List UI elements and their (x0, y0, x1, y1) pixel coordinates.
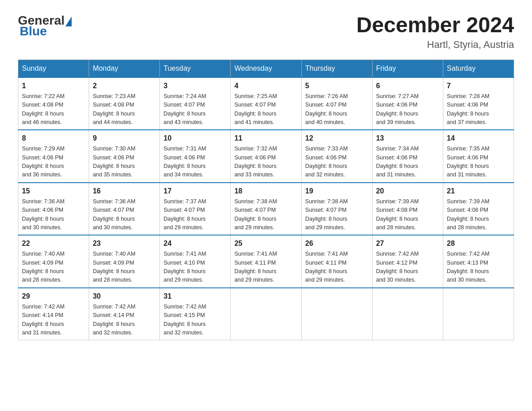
calendar-cell: 21 Sunrise: 7:39 AM Sunset: 4:08 PM Dayl… (443, 183, 514, 235)
calendar-cell: 15 Sunrise: 7:36 AM Sunset: 4:06 PM Dayl… (18, 183, 89, 235)
day-info: Sunrise: 7:36 AM Sunset: 4:06 PM Dayligh… (22, 197, 85, 232)
calendar-cell: 11 Sunrise: 7:32 AM Sunset: 4:06 PM Dayl… (231, 130, 301, 183)
col-sunday: Sunday (18, 60, 89, 77)
day-info: Sunrise: 7:42 AM Sunset: 4:13 PM Dayligh… (447, 250, 510, 285)
day-number: 20 (376, 186, 439, 197)
calendar-cell: 20 Sunrise: 7:39 AM Sunset: 4:08 PM Dayl… (372, 183, 443, 235)
day-number: 31 (163, 291, 227, 302)
day-number: 22 (22, 238, 85, 249)
day-number: 9 (93, 133, 156, 144)
location-subtitle: Hartl, Styria, Austria (356, 39, 514, 51)
col-wednesday: Wednesday (231, 60, 301, 77)
calendar-cell: 24 Sunrise: 7:41 AM Sunset: 4:10 PM Dayl… (160, 235, 231, 288)
calendar-cell: 1 Sunrise: 7:22 AM Sunset: 4:08 PM Dayli… (18, 77, 89, 130)
title-area: December 2024 Hartl, Styria, Austria (356, 13, 514, 51)
col-saturday: Saturday (443, 60, 514, 77)
calendar-cell: 29 Sunrise: 7:42 AM Sunset: 4:14 PM Dayl… (18, 288, 89, 340)
day-info: Sunrise: 7:40 AM Sunset: 4:09 PM Dayligh… (93, 250, 156, 285)
calendar-cell (372, 288, 443, 340)
calendar-cell: 7 Sunrise: 7:28 AM Sunset: 4:06 PM Dayli… (443, 77, 514, 130)
logo: General Blue (18, 13, 73, 39)
day-info: Sunrise: 7:35 AM Sunset: 4:06 PM Dayligh… (447, 145, 510, 180)
day-info: Sunrise: 7:22 AM Sunset: 4:08 PM Dayligh… (22, 92, 85, 127)
calendar-cell: 23 Sunrise: 7:40 AM Sunset: 4:09 PM Dayl… (89, 235, 160, 288)
day-number: 25 (234, 238, 297, 249)
calendar-cell: 22 Sunrise: 7:40 AM Sunset: 4:09 PM Dayl… (18, 235, 89, 288)
day-info: Sunrise: 7:42 AM Sunset: 4:14 PM Dayligh… (93, 303, 156, 338)
calendar-cell: 8 Sunrise: 7:29 AM Sunset: 4:06 PM Dayli… (18, 130, 89, 183)
day-number: 1 (22, 81, 85, 91)
day-info: Sunrise: 7:36 AM Sunset: 4:07 PM Dayligh… (93, 197, 156, 232)
day-number: 6 (376, 81, 439, 91)
day-info: Sunrise: 7:26 AM Sunset: 4:07 PM Dayligh… (305, 92, 369, 127)
calendar-cell: 6 Sunrise: 7:27 AM Sunset: 4:06 PM Dayli… (372, 77, 443, 130)
day-number: 15 (22, 186, 85, 197)
day-info: Sunrise: 7:42 AM Sunset: 4:12 PM Dayligh… (376, 250, 439, 285)
day-info: Sunrise: 7:23 AM Sunset: 4:08 PM Dayligh… (93, 92, 156, 127)
calendar-cell: 3 Sunrise: 7:24 AM Sunset: 4:07 PM Dayli… (160, 77, 231, 130)
week-row-3: 15 Sunrise: 7:36 AM Sunset: 4:06 PM Dayl… (18, 183, 514, 235)
calendar-cell: 19 Sunrise: 7:38 AM Sunset: 4:07 PM Dayl… (301, 183, 372, 235)
page-header: General Blue December 2024 Hartl, Styria… (18, 13, 514, 51)
day-number: 23 (93, 238, 156, 249)
week-row-2: 8 Sunrise: 7:29 AM Sunset: 4:06 PM Dayli… (18, 130, 514, 183)
day-number: 28 (447, 238, 510, 249)
day-info: Sunrise: 7:34 AM Sunset: 4:06 PM Dayligh… (376, 145, 439, 180)
day-number: 2 (93, 81, 156, 91)
day-number: 24 (163, 238, 227, 249)
col-monday: Monday (89, 60, 160, 77)
calendar-cell: 26 Sunrise: 7:41 AM Sunset: 4:11 PM Dayl… (301, 235, 372, 288)
day-info: Sunrise: 7:42 AM Sunset: 4:15 PM Dayligh… (163, 303, 227, 338)
day-number: 27 (376, 238, 439, 249)
day-number: 10 (163, 133, 227, 144)
calendar-cell: 5 Sunrise: 7:26 AM Sunset: 4:07 PM Dayli… (301, 77, 372, 130)
calendar-cell: 25 Sunrise: 7:41 AM Sunset: 4:11 PM Dayl… (231, 235, 301, 288)
day-number: 18 (234, 186, 297, 197)
day-number: 11 (234, 133, 297, 144)
day-info: Sunrise: 7:41 AM Sunset: 4:11 PM Dayligh… (234, 250, 297, 285)
day-info: Sunrise: 7:25 AM Sunset: 4:07 PM Dayligh… (234, 92, 297, 127)
week-row-4: 22 Sunrise: 7:40 AM Sunset: 4:09 PM Dayl… (18, 235, 514, 288)
day-number: 19 (305, 186, 369, 197)
day-info: Sunrise: 7:41 AM Sunset: 4:11 PM Dayligh… (305, 250, 369, 285)
calendar-cell: 16 Sunrise: 7:36 AM Sunset: 4:07 PM Dayl… (89, 183, 160, 235)
day-number: 5 (305, 81, 369, 91)
day-number: 3 (163, 81, 227, 91)
day-info: Sunrise: 7:39 AM Sunset: 4:08 PM Dayligh… (376, 197, 439, 232)
calendar-cell (443, 288, 514, 340)
col-friday: Friday (372, 60, 443, 77)
logo-blue-text: Blue (20, 24, 47, 38)
day-info: Sunrise: 7:24 AM Sunset: 4:07 PM Dayligh… (163, 92, 227, 127)
day-number: 29 (22, 291, 85, 302)
day-info: Sunrise: 7:27 AM Sunset: 4:06 PM Dayligh… (376, 92, 439, 127)
col-thursday: Thursday (301, 60, 372, 77)
day-number: 26 (305, 238, 369, 249)
calendar-cell: 28 Sunrise: 7:42 AM Sunset: 4:13 PM Dayl… (443, 235, 514, 288)
day-info: Sunrise: 7:38 AM Sunset: 4:07 PM Dayligh… (234, 197, 297, 232)
day-number: 7 (447, 81, 510, 91)
month-year-title: December 2024 (356, 13, 514, 37)
week-row-5: 29 Sunrise: 7:42 AM Sunset: 4:14 PM Dayl… (18, 288, 514, 340)
day-info: Sunrise: 7:42 AM Sunset: 4:14 PM Dayligh… (22, 303, 85, 338)
calendar-cell: 14 Sunrise: 7:35 AM Sunset: 4:06 PM Dayl… (443, 130, 514, 183)
calendar-cell: 4 Sunrise: 7:25 AM Sunset: 4:07 PM Dayli… (231, 77, 301, 130)
calendar-cell: 12 Sunrise: 7:33 AM Sunset: 4:06 PM Dayl… (301, 130, 372, 183)
day-info: Sunrise: 7:37 AM Sunset: 4:07 PM Dayligh… (163, 197, 227, 232)
day-info: Sunrise: 7:28 AM Sunset: 4:06 PM Dayligh… (447, 92, 510, 127)
day-info: Sunrise: 7:38 AM Sunset: 4:07 PM Dayligh… (305, 197, 369, 232)
day-info: Sunrise: 7:33 AM Sunset: 4:06 PM Dayligh… (305, 145, 369, 180)
calendar-table: Sunday Monday Tuesday Wednesday Thursday… (18, 60, 514, 341)
day-info: Sunrise: 7:30 AM Sunset: 4:06 PM Dayligh… (93, 145, 156, 180)
day-info: Sunrise: 7:41 AM Sunset: 4:10 PM Dayligh… (163, 250, 227, 285)
calendar-cell: 18 Sunrise: 7:38 AM Sunset: 4:07 PM Dayl… (231, 183, 301, 235)
day-info: Sunrise: 7:31 AM Sunset: 4:06 PM Dayligh… (163, 145, 227, 180)
day-number: 17 (163, 186, 227, 197)
day-info: Sunrise: 7:32 AM Sunset: 4:06 PM Dayligh… (234, 145, 297, 180)
header-row: Sunday Monday Tuesday Wednesday Thursday… (18, 60, 514, 77)
calendar-cell: 2 Sunrise: 7:23 AM Sunset: 4:08 PM Dayli… (89, 77, 160, 130)
day-number: 14 (447, 133, 510, 144)
week-row-1: 1 Sunrise: 7:22 AM Sunset: 4:08 PM Dayli… (18, 77, 514, 130)
logo-triangle-icon (65, 17, 72, 26)
day-number: 30 (93, 291, 156, 302)
col-tuesday: Tuesday (160, 60, 231, 77)
